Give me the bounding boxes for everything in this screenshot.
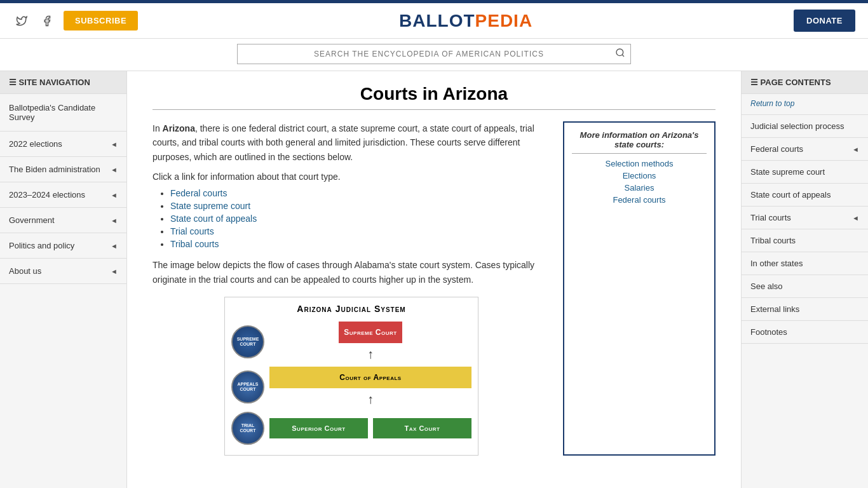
toc-item-state-appeals[interactable]: State court of appeals	[742, 184, 868, 207]
trial-court-seal: TRIALCOURT	[231, 412, 264, 445]
list-item: Tribal courts	[170, 239, 550, 249]
infobox-links: Selection methods Elections Salaries Fed…	[572, 159, 707, 205]
flow-description: The image below depicts the flow of case…	[153, 258, 550, 287]
supreme-court-seal: SUPREMECOURT	[231, 325, 264, 358]
chevron-icon: ◄	[111, 242, 118, 250]
court-links-list: Federal courts State supreme court State…	[153, 188, 550, 249]
sidebar-item-2022-elections[interactable]: 2022 elections ◄	[0, 132, 126, 157]
sidebar-item-politics[interactable]: Politics and policy ◄	[0, 233, 126, 259]
toc-item-see-also[interactable]: See also	[742, 275, 868, 298]
search-input[interactable]	[243, 50, 615, 58]
infobox-selection-link[interactable]: Selection methods	[606, 159, 674, 168]
sidebar: ☰ SITE NAVIGATION Ballotpedia's Candidat…	[0, 71, 127, 488]
toc-link[interactable]: External links	[750, 304, 799, 314]
sidebar-item-candidate-survey[interactable]: Ballotpedia's Candidate Survey	[0, 94, 126, 132]
supreme-court-row: SUPREMECOURT Supreme Court ↑	[231, 322, 471, 363]
return-to-top-link[interactable]: Return to top	[750, 99, 794, 108]
chevron-icon: ◄	[111, 166, 118, 173]
toc-link[interactable]: In other states	[750, 259, 803, 268]
toc-item-state-supreme[interactable]: State supreme court	[742, 161, 868, 184]
court-of-appeals-box: Court of Appeals	[269, 367, 471, 388]
list-item: Trial courts	[170, 226, 550, 236]
logo-pedia: PEDIA	[475, 11, 533, 30]
logo[interactable]: BALLOTPEDIA	[399, 11, 532, 31]
toc-item-external-links[interactable]: External links	[742, 298, 868, 321]
chevron-icon: ◄	[111, 140, 118, 148]
federal-courts-link[interactable]: Federal courts	[170, 188, 227, 198]
toc-link[interactable]: Federal courts	[750, 144, 803, 154]
toc-item-trial-courts[interactable]: Trial courts ◄	[742, 207, 868, 229]
content-area: In Arizona, there is one federal distric…	[153, 121, 715, 456]
lower-courts-row: TRIALCOURT Superior Court Tax Court	[231, 412, 471, 445]
twitter-icon[interactable]	[13, 12, 31, 30]
state-supreme-court-link[interactable]: State supreme court	[170, 201, 250, 211]
toc-link[interactable]: Judicial selection process	[750, 121, 844, 131]
main-content: Courts in Arizona In Arizona, there is o…	[127, 71, 741, 488]
judicial-system-diagram: Arizona Judicial System SUPREMECOURT Sup…	[224, 297, 478, 456]
infobox-federal-link[interactable]: Federal courts	[613, 195, 665, 205]
sidebar-item-biden[interactable]: The Biden administration ◄	[0, 157, 126, 182]
search-bar-container	[0, 39, 868, 71]
return-to-top: Return to top	[742, 94, 868, 115]
right-sidebar: ☰ PAGE CONTENTS Return to top Judicial s…	[741, 71, 868, 488]
sidebar-item-government[interactable]: Government ◄	[0, 208, 126, 233]
toc-item-judicial-selection[interactable]: Judicial selection process	[742, 115, 868, 138]
svg-point-0	[616, 49, 623, 56]
svg-line-1	[622, 55, 624, 57]
intro-text: In Arizona, there is one federal distric…	[153, 121, 550, 164]
arrow-up-supreme: ↑	[367, 347, 374, 362]
list-item: Federal courts	[170, 188, 550, 198]
page-title: Courts in Arizona	[153, 84, 715, 104]
toc-link[interactable]: Trial courts	[750, 213, 791, 222]
main-text: In Arizona, there is one federal distric…	[153, 121, 550, 456]
toc-link[interactable]: See also	[750, 281, 783, 291]
state-court-of-appeals-link[interactable]: State court of appeals	[170, 214, 257, 224]
sidebar-item-about[interactable]: About us ◄	[0, 259, 126, 284]
court-of-appeals-seal: APPEALSCOURT	[231, 370, 264, 403]
toc-item-federal-courts[interactable]: Federal courts ◄	[742, 138, 868, 161]
search-bar	[237, 44, 631, 64]
donate-button[interactable]: DONATE	[794, 10, 855, 32]
infobox-elections-link[interactable]: Elections	[623, 171, 656, 180]
infobox-salaries-link[interactable]: Salaries	[625, 183, 654, 193]
tax-court-box: Tax Court	[373, 418, 471, 438]
chevron-icon: ◄	[852, 146, 859, 153]
subscribe-button[interactable]: SUBSCRIBE	[64, 11, 138, 30]
layout: ☰ SITE NAVIGATION Ballotpedia's Candidat…	[0, 71, 868, 488]
search-icon-button[interactable]	[615, 48, 625, 60]
header: SUBSCRIBE BALLOTPEDIA DONATE	[0, 3, 868, 39]
diagram-title: Arizona Judicial System	[231, 304, 471, 314]
sidebar-nav-header: ☰ SITE NAVIGATION	[0, 71, 126, 94]
supreme-court-box: Supreme Court	[339, 322, 402, 343]
arrow-up-appeals: ↑	[269, 392, 471, 407]
superior-court-box: Superior Court	[269, 418, 368, 438]
header-right: DONATE	[794, 10, 855, 32]
chevron-icon: ◄	[852, 214, 859, 222]
state-name: Arizona	[163, 123, 195, 133]
toc-item-in-other-states[interactable]: In other states	[742, 252, 868, 275]
chevron-icon: ◄	[111, 217, 118, 224]
infobox: More information on Arizona's state cour…	[563, 121, 715, 456]
header-left: SUBSCRIBE	[13, 11, 138, 30]
toc-item-footnotes[interactable]: Footnotes	[742, 321, 868, 344]
sidebar-item-2023-elections[interactable]: 2023–2024 elections ◄	[0, 182, 126, 208]
infobox-title: More information on Arizona's state cour…	[572, 130, 707, 154]
tribal-courts-link[interactable]: Tribal courts	[170, 239, 219, 249]
title-divider	[153, 109, 715, 110]
list-item: State court of appeals	[170, 214, 550, 224]
trial-courts-link[interactable]: Trial courts	[170, 226, 214, 236]
toc-link[interactable]: State court of appeals	[750, 190, 831, 200]
toc-link[interactable]: State supreme court	[750, 167, 825, 177]
toc-link[interactable]: Footnotes	[750, 327, 787, 337]
click-info: Click a link for information about that …	[153, 172, 550, 182]
page-contents-header: ☰ PAGE CONTENTS	[742, 71, 868, 94]
toc-item-tribal-courts[interactable]: Tribal courts	[742, 229, 868, 252]
logo-ballot: BALLOT	[399, 11, 475, 30]
chevron-icon: ◄	[111, 191, 118, 199]
court-of-appeals-row: APPEALSCOURT Court of Appeals ↑	[231, 367, 471, 408]
list-item: State supreme court	[170, 201, 550, 211]
chevron-icon: ◄	[111, 268, 118, 275]
facebook-icon[interactable]	[38, 12, 56, 30]
toc-link[interactable]: Tribal courts	[750, 236, 796, 245]
